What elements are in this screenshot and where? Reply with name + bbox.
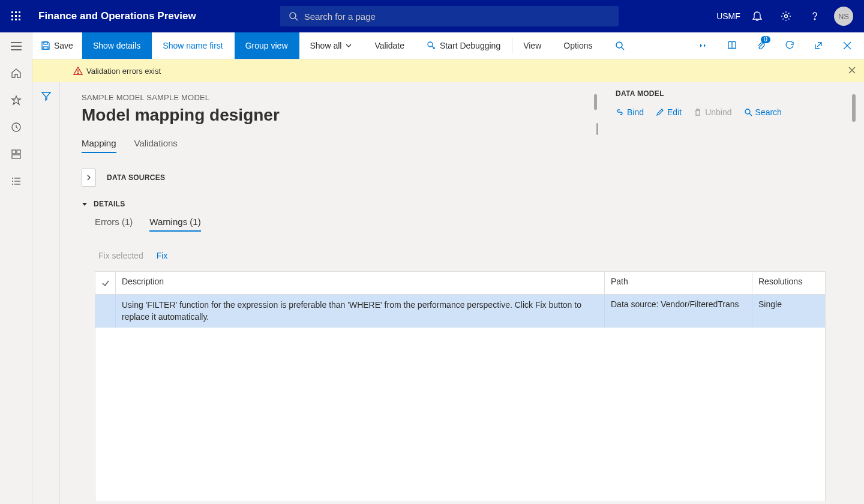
show-all-button[interactable]: Show all: [299, 32, 364, 59]
warnings-grid: Description Path Resolutions Using 'FILT…: [95, 271, 826, 502]
book-button[interactable]: [720, 32, 744, 59]
svg-rect-8: [19, 19, 20, 20]
svg-rect-7: [15, 19, 17, 20]
grid-header: Description Path Resolutions: [95, 272, 825, 295]
splitter-handle-small[interactable]: [596, 123, 598, 135]
waffle-icon[interactable]: [0, 11, 32, 21]
row-description: Using 'FILTER' function for the expressi…: [116, 295, 605, 328]
data-model-panel: DATA MODEL Bind Edit Unbind Search: [616, 89, 856, 117]
bind-label: Bind: [627, 107, 644, 117]
col-path[interactable]: Path: [605, 272, 752, 294]
fix-selected-button: Fix selected: [98, 251, 143, 260]
nav-home-icon[interactable]: [0, 59, 32, 86]
bind-button[interactable]: Bind: [616, 107, 644, 117]
fix-button[interactable]: Fix: [157, 251, 168, 260]
warning-triangle-icon: [73, 66, 83, 76]
details-header[interactable]: DETAILS: [82, 200, 864, 208]
book-icon: [727, 41, 737, 50]
tab-validations[interactable]: Validations: [134, 138, 178, 153]
svg-rect-18: [17, 150, 20, 154]
nav-hamburger-icon[interactable]: [0, 32, 32, 59]
row-path: Data source: Vendor/FilteredTrans: [605, 295, 752, 328]
edit-button[interactable]: Edit: [656, 107, 682, 117]
grid-empty-area: [95, 328, 825, 502]
row-checkbox[interactable]: [95, 295, 116, 328]
svg-rect-6: [11, 19, 13, 20]
svg-point-11: [785, 15, 788, 18]
popout-icon: [814, 41, 823, 50]
attachments-count: 0: [761, 36, 770, 43]
svg-point-29: [616, 42, 622, 48]
company-picker[interactable]: USMF: [714, 0, 743, 32]
caret-down-icon: [82, 201, 88, 207]
avatar[interactable]: NS: [834, 7, 853, 26]
data-sources-label: DATA SOURCES: [107, 173, 165, 182]
show-details-button[interactable]: Show details: [82, 32, 152, 59]
table-row[interactable]: Using 'FILTER' function for the expressi…: [95, 295, 825, 328]
svg-rect-27: [44, 42, 47, 44]
app-header: Finance and Operations Preview Search fo…: [0, 0, 864, 32]
options-button[interactable]: Options: [553, 32, 604, 59]
svg-rect-19: [12, 155, 20, 158]
view-button[interactable]: View: [512, 32, 553, 59]
svg-rect-0: [11, 11, 13, 13]
main-tabs: Mapping Validations: [82, 138, 864, 153]
attachments-button[interactable]: 0: [749, 32, 773, 59]
svg-rect-1: [15, 11, 17, 13]
search-icon: [615, 41, 625, 50]
close-icon: [843, 41, 851, 50]
detail-tabs: Errors (1) Warnings (1): [95, 217, 864, 232]
refresh-icon: [785, 41, 794, 50]
svg-point-28: [428, 42, 433, 47]
pencil-icon: [656, 108, 664, 116]
svg-line-10: [295, 18, 298, 20]
help-icon[interactable]: [800, 0, 829, 32]
tab-errors[interactable]: Errors (1): [95, 217, 133, 232]
save-button[interactable]: Save: [32, 32, 82, 59]
validate-button[interactable]: Validate: [364, 32, 416, 59]
svg-line-32: [817, 43, 821, 47]
nav-favorites-icon[interactable]: [0, 86, 32, 113]
panel-scrollbar[interactable]: [852, 94, 856, 122]
unbind-label: Unbind: [705, 107, 731, 117]
svg-rect-17: [12, 150, 16, 154]
goto-button[interactable]: [691, 32, 715, 59]
warning-text: Validation errors exist: [86, 67, 161, 76]
search-input[interactable]: Search for a page: [280, 6, 619, 26]
col-resolutions[interactable]: Resolutions: [752, 272, 825, 294]
start-debugging-label: Start Debugging: [440, 41, 500, 50]
svg-rect-2: [19, 11, 20, 13]
nav-modules-icon[interactable]: [0, 167, 32, 194]
warning-close-icon[interactable]: [848, 65, 856, 76]
tab-mapping[interactable]: Mapping: [82, 138, 116, 153]
details-label: DETAILS: [94, 200, 125, 208]
select-all-checkbox[interactable]: [95, 272, 116, 294]
start-debugging-button[interactable]: Start Debugging: [416, 32, 512, 59]
row-resolutions: Single: [752, 295, 825, 328]
notifications-icon[interactable]: [743, 0, 772, 32]
content: SAMPLE MODEL SAMPLE MODEL Model mapping …: [32, 82, 864, 504]
svg-point-12: [814, 19, 815, 19]
nav-workspaces-icon[interactable]: [0, 140, 32, 167]
close-button[interactable]: [835, 32, 859, 59]
show-name-first-button[interactable]: Show name first: [152, 32, 234, 59]
group-view-button[interactable]: Group view: [235, 32, 299, 59]
data-sources-expand-button[interactable]: [82, 169, 96, 187]
col-description[interactable]: Description: [116, 272, 605, 294]
chevron-right-icon: [86, 175, 91, 181]
splitter-handle[interactable]: [594, 94, 597, 110]
filter-icon[interactable]: [41, 91, 52, 504]
save-icon: [41, 41, 50, 50]
link-icon: [616, 108, 624, 116]
data-model-title: DATA MODEL: [616, 89, 856, 98]
trash-icon: [694, 108, 702, 116]
find-button[interactable]: [604, 32, 636, 59]
tab-warnings[interactable]: Warnings (1): [149, 217, 200, 232]
refresh-button[interactable]: [778, 32, 802, 59]
popout-button[interactable]: [806, 32, 830, 59]
show-all-label: Show all: [310, 41, 342, 50]
search-icon: [744, 108, 752, 116]
settings-icon[interactable]: [772, 0, 800, 32]
search-button[interactable]: Search: [744, 107, 782, 117]
nav-recent-icon[interactable]: [0, 113, 32, 140]
